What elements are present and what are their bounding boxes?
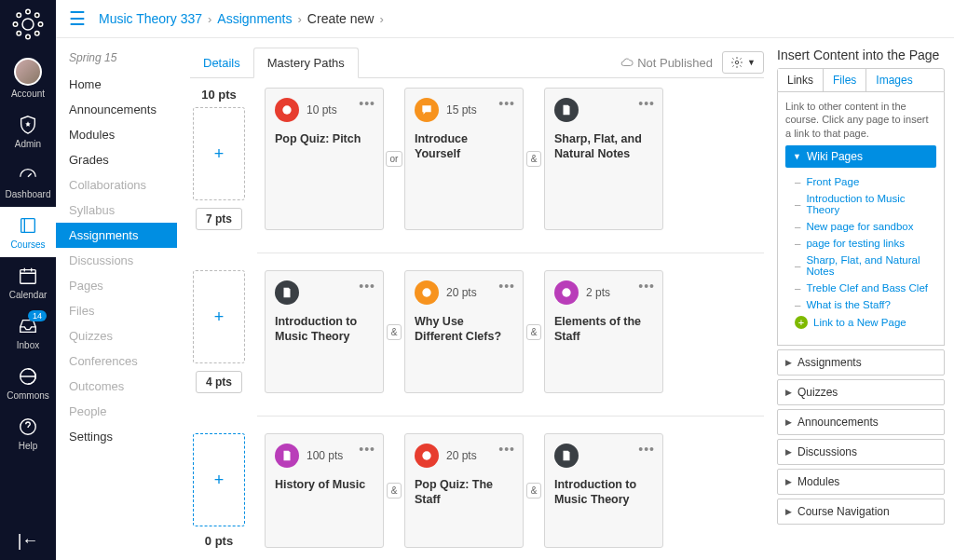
path-item-card[interactable]: •••Introduction to Music Theory bbox=[544, 433, 663, 548]
nav-courses[interactable]: Courses bbox=[0, 207, 56, 257]
nav-label: Courses bbox=[10, 239, 45, 250]
svg-point-1 bbox=[26, 9, 31, 14]
wiki-page-link[interactable]: –page for testing links bbox=[795, 235, 936, 252]
joiner[interactable]: & bbox=[524, 433, 544, 548]
course-nav-item[interactable]: Announcements bbox=[56, 97, 177, 122]
card-menu-button[interactable]: ••• bbox=[498, 279, 515, 294]
range-bottom-points[interactable]: 4 pts bbox=[196, 371, 242, 393]
doc-icon bbox=[275, 444, 299, 468]
card-menu-button[interactable]: ••• bbox=[638, 96, 655, 111]
joiner[interactable]: & bbox=[384, 270, 404, 393]
accordion-section[interactable]: ▶Course Navigation bbox=[777, 499, 945, 525]
panel-tab-links[interactable]: Links bbox=[778, 69, 824, 91]
wiki-pages-header[interactable]: ▼ Wiki Pages bbox=[785, 145, 936, 168]
breadcrumb-course[interactable]: Music Theory 337 bbox=[99, 11, 202, 26]
new-page-link[interactable]: +Link to a New Page bbox=[795, 313, 936, 332]
add-item-button[interactable]: + bbox=[193, 270, 245, 363]
card-menu-button[interactable]: ••• bbox=[638, 279, 655, 294]
panel-tab-files[interactable]: Files bbox=[824, 69, 866, 91]
accordion-section[interactable]: ▶Quizzes bbox=[777, 379, 945, 405]
target-icon bbox=[415, 444, 439, 468]
path-item-card[interactable]: •••20 ptsPop Quiz: The Staff bbox=[404, 433, 524, 548]
range-bottom-points: 0 pts bbox=[205, 534, 233, 548]
hamburger-icon[interactable]: ☰ bbox=[69, 7, 86, 30]
panel-tab-images[interactable]: Images bbox=[866, 69, 921, 91]
gear-icon bbox=[730, 56, 743, 69]
help-icon bbox=[17, 416, 39, 438]
card-menu-button[interactable]: ••• bbox=[359, 442, 375, 457]
card-menu-button[interactable]: ••• bbox=[359, 96, 375, 111]
course-nav-item[interactable]: Discussions bbox=[56, 248, 177, 273]
svg-point-7 bbox=[17, 32, 21, 36]
path-item-card[interactable]: •••10 ptsPop Quiz: Pitch bbox=[265, 88, 384, 230]
joiner[interactable]: & bbox=[524, 88, 544, 230]
course-nav-item[interactable]: Assignments bbox=[56, 223, 177, 248]
wiki-page-link[interactable]: –Front Page bbox=[795, 173, 936, 190]
panel-hint: Link to other content in the course. Cli… bbox=[785, 100, 936, 140]
course-nav-item[interactable]: Quizzes bbox=[56, 323, 177, 348]
path-item-card[interactable]: •••Introduction to Music Theory bbox=[265, 270, 384, 393]
nav-dashboard[interactable]: Dashboard bbox=[0, 157, 56, 207]
breadcrumb: ☰ Music Theory 337 › Assignments › Creat… bbox=[56, 0, 954, 38]
add-item-button[interactable]: + bbox=[193, 107, 245, 200]
course-nav-item[interactable]: People bbox=[56, 399, 177, 424]
course-nav-item[interactable]: Modules bbox=[56, 122, 177, 147]
path-item-card[interactable]: •••2 ptsElements of the Staff bbox=[544, 270, 663, 393]
course-nav-item[interactable]: Home bbox=[56, 72, 177, 97]
joiner[interactable]: or bbox=[384, 88, 404, 230]
path-item-card[interactable]: •••20 ptsWhy Use Different Clefs? bbox=[404, 270, 524, 393]
course-nav-item[interactable]: Grades bbox=[56, 147, 177, 172]
wiki-page-link[interactable]: –New page for sandbox bbox=[795, 218, 936, 235]
nav-calendar[interactable]: Calendar bbox=[0, 257, 56, 307]
card-menu-button[interactable]: ••• bbox=[498, 442, 515, 457]
svg-point-17 bbox=[425, 291, 429, 294]
svg-point-5 bbox=[17, 13, 21, 18]
card-menu-button[interactable]: ••• bbox=[359, 279, 375, 294]
course-nav-item[interactable]: Files bbox=[56, 298, 177, 323]
range-top-points: 10 pts bbox=[201, 88, 237, 102]
nav-admin[interactable]: Admin bbox=[0, 106, 56, 157]
shield-icon bbox=[17, 114, 39, 136]
nav-inbox[interactable]: 14 Inbox bbox=[0, 307, 56, 358]
joiner[interactable]: & bbox=[524, 270, 544, 393]
nav-commons[interactable]: Commons bbox=[0, 358, 56, 408]
tab-mastery-paths[interactable]: Mastery Paths bbox=[253, 48, 359, 78]
course-nav-item[interactable]: Conferences bbox=[56, 348, 177, 374]
add-item-button[interactable]: + bbox=[193, 433, 245, 526]
insert-content-panel: Insert Content into the Page Links Files… bbox=[777, 38, 954, 560]
accordion-section[interactable]: ▶Assignments bbox=[777, 349, 945, 376]
course-nav-item[interactable]: Collaborations bbox=[56, 172, 177, 198]
course-nav-item[interactable]: Settings bbox=[56, 424, 177, 449]
wiki-page-link[interactable]: –Treble Clef and Bass Clef bbox=[795, 280, 936, 296]
wiki-page-link[interactable]: –What is the Staff? bbox=[795, 296, 936, 313]
nav-account[interactable]: Account bbox=[0, 50, 56, 106]
card-points: 2 pts bbox=[586, 286, 610, 299]
range-bottom-points[interactable]: 7 pts bbox=[196, 208, 242, 230]
canvas-logo[interactable] bbox=[11, 7, 45, 41]
course-nav-item[interactable]: Syllabus bbox=[56, 198, 177, 223]
nav-label: Admin bbox=[15, 139, 41, 149]
wiki-page-link[interactable]: –Sharp, Flat, and Natural Notes bbox=[795, 252, 936, 280]
card-menu-button[interactable]: ••• bbox=[498, 96, 515, 111]
accordion-section[interactable]: ▶Discussions bbox=[777, 439, 945, 465]
path-item-card[interactable]: •••Sharp, Flat, and Natural Notes bbox=[544, 88, 663, 230]
mastery-range-row: +0 pts•••100 ptsHistory of Music&•••20 p… bbox=[190, 433, 764, 548]
path-item-card[interactable]: •••15 ptsIntroduce Yourself bbox=[404, 88, 524, 230]
course-nav-item[interactable]: Outcomes bbox=[56, 374, 177, 399]
doc-icon bbox=[554, 98, 579, 122]
accordion-section[interactable]: ▶Modules bbox=[777, 469, 945, 495]
breadcrumb-section[interactable]: Assignments bbox=[217, 11, 292, 26]
card-menu-button[interactable]: ••• bbox=[638, 442, 655, 457]
course-nav-item[interactable]: Pages bbox=[56, 273, 177, 298]
tab-details[interactable]: Details bbox=[190, 48, 253, 77]
path-item-card[interactable]: •••100 ptsHistory of Music bbox=[265, 433, 384, 548]
collapse-nav-button[interactable]: |← bbox=[18, 531, 39, 551]
nav-help[interactable]: Help bbox=[0, 408, 56, 458]
dash-icon: – bbox=[795, 221, 800, 232]
accordion-section[interactable]: ▶Announcements bbox=[777, 409, 945, 435]
wiki-page-link[interactable]: –Introduction to Music Theory bbox=[795, 190, 936, 218]
nav-label: Calendar bbox=[9, 290, 48, 300]
joiner[interactable]: & bbox=[384, 433, 404, 548]
settings-menu-button[interactable]: ▼ bbox=[722, 51, 764, 74]
svg-point-0 bbox=[22, 19, 34, 30]
